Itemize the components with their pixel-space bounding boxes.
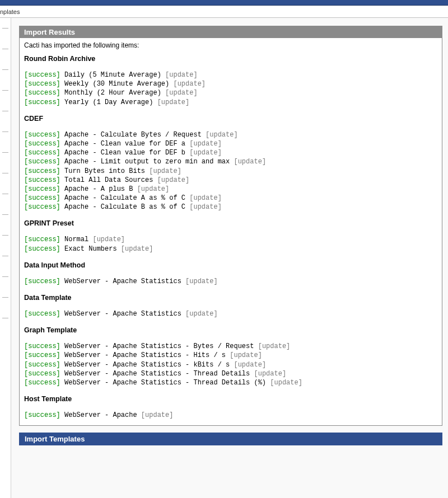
import-result-line: [success] Yearly (1 Day Average) [update… (24, 98, 437, 107)
note-token: [update] (258, 342, 291, 350)
import-result-line: [success] Normal [update] (24, 235, 437, 244)
active-tab-label[interactable]: nplates (0, 8, 20, 15)
rail-tick (2, 173, 8, 173)
import-result-line: [success] WebServer - Apache Statistics … (24, 378, 437, 387)
note-token: [update] (234, 158, 266, 166)
status-token: [success] (24, 379, 60, 387)
item-name: Apache - Clean value for DEF a (64, 140, 185, 148)
import-result-line: [success] Apache - Calculate B as % of C… (24, 203, 437, 212)
import-result-line: [success] WebServer - Apache Statistics … (24, 351, 437, 360)
item-name: Apache - Calculate Bytes / Request (64, 131, 202, 139)
note-token: [update] (189, 149, 222, 157)
note-token: [update] (165, 71, 198, 79)
status-token: [success] (24, 71, 60, 79)
rail-tick (2, 256, 8, 256)
section-title: Round Robin Archive (24, 55, 437, 63)
item-name: Monthly (2 Hour Average) (64, 89, 161, 97)
import-result-line: [success] Daily (5 Minute Average) [upda… (24, 71, 437, 79)
section-title: GPRINT Preset (24, 219, 437, 227)
note-token: [update] (137, 185, 170, 193)
note-token: [update] (189, 203, 222, 211)
top-bar (0, 0, 448, 6)
import-result-line: [success] WebServer - Apache Statistics … (24, 342, 437, 351)
status-token: [success] (24, 98, 60, 106)
content-area: Import Results Cacti has imported the fo… (11, 18, 448, 498)
import-result-line: [success] Apache - Calculate A as % of C… (24, 194, 437, 203)
note-token: [update] (173, 80, 206, 88)
import-result-line: [success] WebServer - Apache Statistics … (24, 277, 437, 286)
note-token: [update] (185, 310, 218, 318)
status-token: [success] (24, 176, 60, 184)
import-result-line: [success] Apache - Clean value for DEF b… (24, 148, 437, 157)
item-name: Apache - Calculate A as % of C (64, 194, 185, 202)
status-token: [success] (24, 140, 60, 148)
rail-tick (2, 49, 8, 49)
rail-tick (2, 111, 8, 111)
import-result-line: [success] Apache - A plus B [update] (24, 185, 437, 194)
import-templates-header: Import Templates (19, 433, 442, 445)
status-token: [success] (24, 361, 60, 369)
rail-tick (2, 297, 8, 298)
status-token: [success] (24, 185, 60, 193)
section-title: Graph Template (24, 326, 437, 334)
status-token: [success] (24, 236, 60, 243)
rail-tick (2, 69, 8, 70)
status-token: [success] (24, 89, 60, 97)
main-area: Import Results Cacti has imported the fo… (0, 18, 448, 498)
item-name: WebServer - Apache Statistics (64, 278, 181, 285)
note-token: [update] (234, 361, 266, 369)
import-result-line: [success] WebServer - Apache Statistics … (24, 309, 437, 318)
status-token: [success] (24, 411, 60, 419)
note-token: [update] (165, 89, 198, 97)
import-result-line: [success] WebServer - Apache [update] (24, 411, 437, 420)
item-name: WebServer - Apache Statistics - Hits / s (64, 351, 226, 359)
status-token: [success] (24, 167, 60, 175)
note-token: [update] (121, 245, 153, 253)
import-result-line: [success] WebServer - Apache Statistics … (24, 369, 437, 378)
item-name: Apache - Limit output to zero min and ma… (64, 158, 230, 166)
import-result-line: [success] WebServer - Apache Statistics … (24, 360, 437, 369)
item-name: Weekly (30 Minute Average) (64, 80, 169, 88)
rail-tick (2, 90, 8, 91)
tab-row: nplates (0, 6, 448, 18)
status-token: [success] (24, 149, 60, 157)
item-name: Yearly (1 Day Average) (64, 98, 153, 106)
status-token: [success] (24, 370, 60, 378)
note-token: [update] (230, 351, 262, 359)
item-name: Normal (64, 236, 88, 243)
section-title: CDEF (24, 115, 437, 123)
import-result-line: [success] Exact Numbers [update] (24, 245, 437, 253)
note-token: [update] (189, 140, 222, 148)
note-token: [update] (157, 98, 190, 106)
status-token: [success] (24, 245, 60, 253)
item-name: Total All Data Sources (64, 176, 153, 184)
item-name: WebServer - Apache Statistics - Bytes / … (64, 342, 254, 350)
status-token: [success] (24, 194, 60, 202)
status-token: [success] (24, 80, 60, 88)
import-result-line: [success] Apache - Calculate Bytes / Req… (24, 130, 437, 139)
section-title: Host Template (24, 395, 437, 403)
note-token: [update] (185, 278, 218, 285)
note-token: [update] (149, 167, 181, 175)
item-name: WebServer - Apache Statistics - Thread D… (64, 379, 266, 387)
section-title: Data Input Method (24, 261, 437, 269)
item-name: Turn Bytes into Bits (64, 167, 145, 175)
item-name: WebServer - Apache Statistics - Thread D… (64, 370, 250, 378)
import-result-line: [success] Apache - Limit output to zero … (24, 157, 437, 166)
note-token: [update] (206, 131, 238, 139)
item-name: Daily (5 Minute Average) (64, 71, 161, 79)
rail-tick (2, 318, 8, 318)
rail-tick (2, 235, 8, 236)
status-token: [success] (24, 310, 60, 318)
item-name: WebServer - Apache (64, 411, 137, 419)
import-result-line: [success] Weekly (30 Minute Average) [up… (24, 79, 437, 88)
import-result-line: [success] Turn Bytes into Bits [update] (24, 167, 437, 176)
status-token: [success] (24, 351, 60, 359)
left-rail (0, 18, 11, 498)
rail-tick (2, 214, 8, 215)
status-token: [success] (24, 278, 60, 285)
section-title: Data Template (24, 294, 437, 302)
item-name: Apache - Calculate B as % of C (64, 203, 185, 211)
item-name: WebServer - Apache Statistics (64, 310, 181, 318)
rail-tick (2, 131, 8, 132)
